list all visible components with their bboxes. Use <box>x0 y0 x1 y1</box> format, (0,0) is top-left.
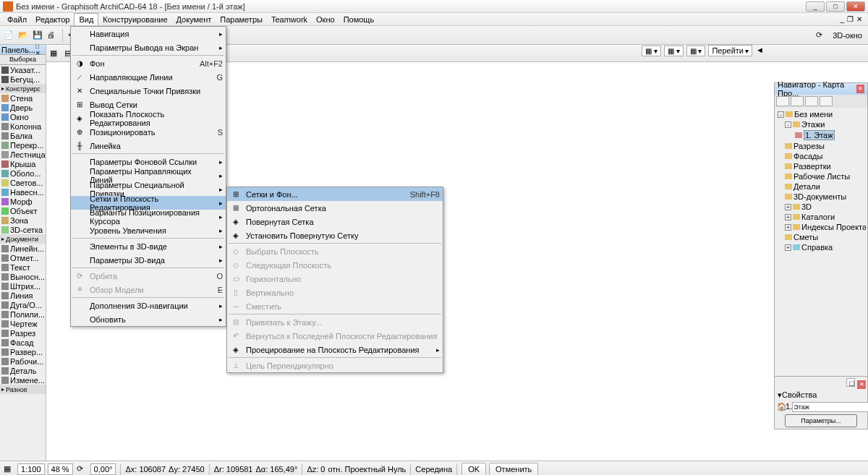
tool-wall[interactable]: Стена <box>0 93 46 103</box>
nav-tab-publisher[interactable] <box>820 96 833 106</box>
view-dropdown-2[interactable]: ▦ ▾ <box>664 46 684 56</box>
view-menu-item-15[interactable]: Варианты Позиционирования Курсора▸ <box>71 210 226 223</box>
view-menu-item-7[interactable]: ◈Показать Плоскость Редактирования <box>71 111 226 125</box>
sb-tool-1[interactable]: ▦ <box>3 463 14 475</box>
zoom-ratio[interactable]: 1:100 <box>17 463 45 475</box>
cancel-button[interactable]: Отменить <box>489 463 538 476</box>
tool-slab[interactable]: Перекр... <box>0 140 46 150</box>
tool-polyline[interactable]: Полили... <box>0 309 46 319</box>
close-button[interactable]: ✕ <box>846 1 865 12</box>
toolbox-cat-document[interactable]: Документи <box>0 234 46 244</box>
view-3d-label[interactable]: 3D-окно <box>830 31 865 40</box>
view-menu-item-5[interactable]: ✕Специальные Точки Привязки <box>71 84 226 98</box>
menu-view[interactable]: Вид <box>74 13 98 25</box>
tool-shell[interactable]: Оболо... <box>0 168 46 178</box>
submenu-item-3[interactable]: ◈Установить Повернутую Сетку <box>227 228 443 242</box>
tree-facades[interactable]: Фасады <box>776 151 866 161</box>
view-menu-item-1[interactable]: Параметры Вывода на Экран▸ <box>71 40 226 54</box>
angle-input[interactable]: 0,00° <box>90 463 116 475</box>
nav-tab-view[interactable] <box>791 96 804 106</box>
tool-label[interactable]: Выносн... <box>0 272 46 281</box>
tree-details[interactable]: Детали <box>776 181 866 192</box>
prop-name-input[interactable] <box>792 402 868 412</box>
goto-dropdown[interactable]: Перейти ▾ <box>708 45 752 56</box>
submenu-item-2[interactable]: ◈Повернутая Сетка <box>227 215 443 228</box>
save-icon[interactable]: 💾 <box>32 30 43 41</box>
submenu-item-1[interactable]: ⊞Ортогональная Сетка <box>227 201 443 215</box>
tool-drawing[interactable]: Чертеж <box>0 319 46 328</box>
tree-catalogs[interactable]: +Каталоги <box>776 212 866 222</box>
view-menu-item-16[interactable]: Уровень Увеличения▸ <box>71 223 226 237</box>
new-icon[interactable]: 📄 <box>3 30 14 41</box>
tool-object[interactable]: Объект <box>0 206 46 215</box>
sb-orbit-icon[interactable]: ⟳ <box>76 463 88 475</box>
menu-params[interactable]: Параметры <box>216 14 267 25</box>
view-menu-item-9[interactable]: ╫Линейка <box>71 139 226 153</box>
tool-unfold[interactable]: Развер... <box>0 347 46 356</box>
tool-beam[interactable]: Балка <box>0 131 46 140</box>
tree-worksheets[interactable]: Рабочие Листы <box>776 171 866 181</box>
menu-window[interactable]: Окно <box>312 14 339 25</box>
tool-curtain[interactable]: Навесн... <box>0 187 46 197</box>
tool-morph[interactable]: Морф <box>0 197 46 206</box>
tree-floors[interactable]: -Этажи <box>776 119 866 129</box>
snap-mode[interactable]: Середина <box>415 465 452 474</box>
view-menu-item-8[interactable]: ⊕ПозиционироватьS <box>71 125 226 139</box>
zoom-pct[interactable]: 48 % <box>48 463 73 475</box>
nav-tab-layout[interactable] <box>805 96 818 106</box>
tree-3ddocs[interactable]: 3D-документы <box>776 192 866 202</box>
minimize-button[interactable]: _ <box>806 1 825 12</box>
tree-unfolds[interactable]: Развертки <box>776 161 866 171</box>
view-menu-item-4[interactable]: ⟋Направляющие ЛинииG <box>71 70 226 84</box>
props-collapse-icon[interactable]: □ <box>846 378 855 387</box>
props-close-icon[interactable]: ✕ <box>857 380 866 389</box>
tool-text[interactable]: Текст <box>0 262 46 272</box>
menu-help[interactable]: Помощь <box>339 14 379 25</box>
view-menu-item-24[interactable]: Дополнения 3D-навигации▸ <box>71 299 226 312</box>
navigator-header[interactable]: Навигатор - Карта Про... ✕ <box>775 83 867 95</box>
back-icon[interactable]: ◄ <box>755 45 767 56</box>
doc-minimize-button[interactable]: _ <box>840 15 844 23</box>
info-icon[interactable]: ▦ <box>49 48 61 59</box>
tool-stair[interactable]: Лестница <box>0 150 46 159</box>
menu-construct[interactable]: Конструирование <box>98 14 171 25</box>
doc-close-button[interactable]: ✕ <box>856 15 862 23</box>
tree-indexes[interactable]: +Индексы Проекта <box>776 222 866 232</box>
toolbox-cat-other[interactable]: Разное <box>0 385 46 394</box>
menu-teamwork[interactable]: Teamwork <box>267 14 312 25</box>
view-menu-item-0[interactable]: Навигация▸ <box>71 27 226 40</box>
tool-fill[interactable]: Штрих... <box>0 281 46 291</box>
tree-estimates[interactable]: Сметы <box>776 232 866 242</box>
parameters-button[interactable]: Параметры... <box>785 414 856 427</box>
toolbox-cat-construct[interactable]: Конструирс <box>0 84 46 93</box>
tree-root[interactable]: -Без имени <box>776 109 866 119</box>
menu-editor[interactable]: Редактор <box>31 14 74 25</box>
menu-file[interactable]: Файл <box>3 14 31 25</box>
tool-column[interactable]: Колонна <box>0 121 46 131</box>
tool-skylight[interactable]: Светов... <box>0 178 46 187</box>
tool-roof[interactable]: Крыша <box>0 159 46 168</box>
tree-sections[interactable]: Разрезы <box>776 141 866 151</box>
maximize-button[interactable]: □ <box>826 1 845 12</box>
menu-document[interactable]: Документ <box>172 14 216 25</box>
tool-elevation[interactable]: Фасад <box>0 338 46 347</box>
nav-tab-project[interactable] <box>776 96 789 106</box>
view-dropdown-3[interactable]: ▦ ▾ <box>686 46 706 56</box>
tool-pointer[interactable]: Указат... <box>0 65 46 74</box>
print-icon[interactable]: 🖨 <box>46 30 58 41</box>
view-menu-item-18[interactable]: Элементы в 3D-виде▸ <box>71 239 226 253</box>
ok-button[interactable]: OK <box>461 463 486 476</box>
tool-section[interactable]: Разрез <box>0 328 46 338</box>
tool-dimension[interactable]: Линейн... <box>0 244 46 253</box>
tool-mesh[interactable]: 3D-сетка <box>0 225 46 234</box>
tool-detail[interactable]: Деталь <box>0 366 46 375</box>
refresh-icon[interactable]: ⟳ <box>815 30 827 41</box>
tree-floor-1[interactable]: 1. Этаж <box>776 129 866 141</box>
tool-door[interactable]: Дверь <box>0 103 46 112</box>
view-dropdown-1[interactable]: ▦ ▾ <box>642 46 661 56</box>
navigator-close-icon[interactable]: ✕ <box>856 85 864 93</box>
tool-worksheet[interactable]: Рабочи... <box>0 356 46 366</box>
view-menu-item-19[interactable]: Параметры 3D-вида▸ <box>71 253 226 267</box>
view-menu-item-3[interactable]: ◑ФонAlt+F2 <box>71 56 226 70</box>
doc-restore-button[interactable]: ❐ <box>847 15 854 23</box>
